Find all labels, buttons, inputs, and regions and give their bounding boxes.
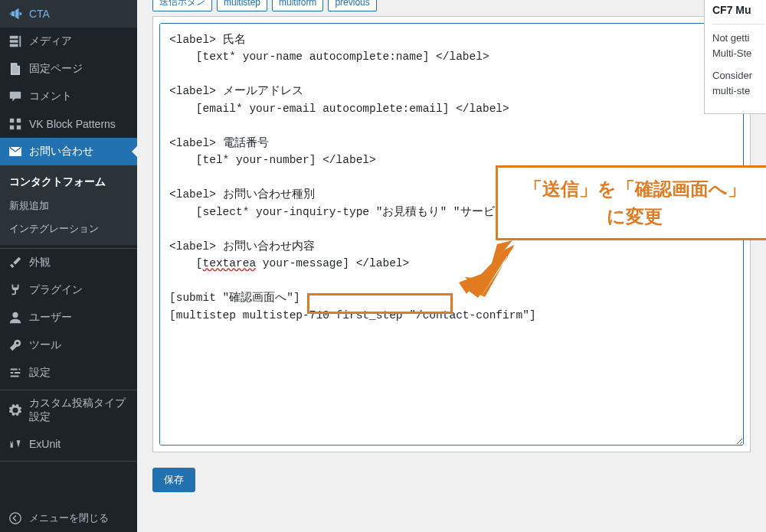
wrench-icon [8,338,23,353]
save-button[interactable]: 保存 [152,468,195,492]
sidebar-item-plugins[interactable]: プラグイン [0,276,137,304]
submenu-header[interactable]: コンタクトフォーム [0,170,137,194]
collapse-icon [8,511,23,526]
svg-rect-3 [17,126,21,129]
sidebar-item-label: ExUnit [29,438,61,450]
tag-multistep[interactable]: multistep [217,0,267,11]
gear-icon [8,403,23,418]
submenu-item-integration[interactable]: インテグレーション [0,217,137,240]
sidebar-item-block-patterns[interactable]: VK Block Patterns [0,110,137,138]
sidebar-item-label: メディア [29,34,72,48]
tag-row: 送信ボタン multistep multiform previous [152,0,751,11]
collapse-menu[interactable]: メニューを閉じる [0,504,137,532]
tag-multiform[interactable]: multiform [272,0,323,11]
sidebar-item-label: お問い合わせ [29,145,93,158]
sidebar-item-pages[interactable]: 固定ページ [0,55,137,83]
menu-separator [0,458,137,462]
sidebar-item-label: プラグイン [29,283,83,297]
sidebar-item-media[interactable]: メディア [0,28,137,55]
collapse-label: メニューを閉じる [29,511,109,525]
admin-sidebar: CTA メディア 固定ページ コメント VK Block Patterns お問… [0,0,137,532]
page-icon [8,61,23,77]
tag-previous[interactable]: previous [328,0,376,11]
brush-icon [8,255,23,270]
sidebar-item-label: 外観 [29,256,51,269]
svg-point-6 [10,513,21,524]
contact-submenu: コンタクトフォーム 新規追加 インテグレーション [0,165,137,245]
media-icon [8,34,23,49]
sidebar-item-cta[interactable]: CTA [0,0,137,28]
grid-icon [8,116,23,132]
tag-submit[interactable]: 送信ボタン [152,0,212,11]
sidebar-item-exunit[interactable]: ExUnit [0,430,137,458]
sidebar-item-label: CTA [29,8,50,20]
sliders-icon [8,365,23,380]
side-info-panel: CF7 Mu Not gettiMulti-Ste Considermulti-… [704,0,766,114]
svg-rect-2 [10,126,14,129]
plug-icon [8,282,23,298]
sidebar-item-label: ユーザー [29,311,72,325]
side-panel-title: CF7 Mu [712,4,764,16]
svg-rect-1 [17,119,21,122]
sidebar-item-settings[interactable]: 設定 [0,359,137,387]
sidebar-item-label: コメント [29,90,72,103]
megaphone-icon [8,6,23,21]
svg-point-5 [12,312,18,318]
sidebar-item-users[interactable]: ユーザー [0,304,137,331]
user-icon [8,310,23,325]
exunit-icon [8,436,23,452]
submenu-item-new[interactable]: 新規追加 [0,194,137,217]
sidebar-item-appearance[interactable]: 外観 [0,249,137,276]
svg-rect-0 [10,119,14,122]
comment-icon [8,89,23,104]
sidebar-item-label: 固定ページ [29,62,83,76]
mail-icon [8,144,23,159]
form-code-textarea[interactable]: <label> 氏名 [text* your-name autocomplete… [159,23,744,446]
form-panel: <label> 氏名 [text* your-name autocomplete… [152,16,751,452]
sidebar-item-tools[interactable]: ツール [0,331,137,359]
sidebar-item-cpt[interactable]: カスタム投稿タイプ設定 [0,390,137,430]
sidebar-item-contact[interactable]: お問い合わせ [0,138,137,165]
main-content: 送信ボタン multistep multiform previous <labe… [137,0,766,532]
sidebar-item-label: カスタム投稿タイプ設定 [29,397,129,424]
sidebar-item-label: 設定 [29,366,51,380]
sidebar-item-label: VK Block Patterns [29,118,116,130]
sidebar-item-comments[interactable]: コメント [0,83,137,110]
sidebar-item-label: ツール [29,338,61,352]
